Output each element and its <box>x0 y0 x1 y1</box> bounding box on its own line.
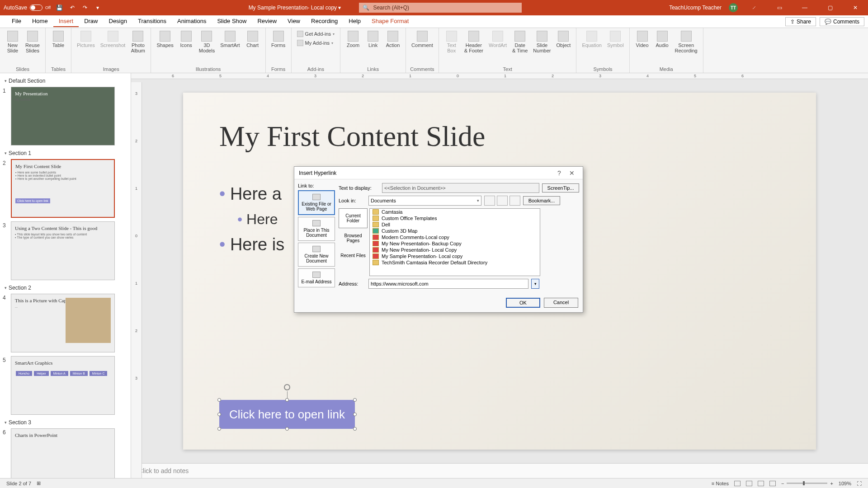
close-icon[interactable]: ✕ <box>566 167 578 179</box>
cancel-button[interactable]: Cancel <box>544 298 578 308</box>
minimize-icon[interactable]: — <box>796 1 814 14</box>
lookin-combo[interactable]: Documents <box>368 196 481 206</box>
section-header[interactable]: Section 3 <box>2 418 129 427</box>
ribbon-object[interactable]: Object <box>554 30 572 49</box>
zoom-slider[interactable] <box>787 483 827 484</box>
slide-thumbnail[interactable]: My PresentationMy Subtitle <box>11 87 115 145</box>
dialog-titlebar[interactable]: Insert Hyperlink ? ✕ <box>294 167 583 179</box>
section-header[interactable]: Default Section <box>2 76 129 86</box>
ok-button[interactable]: OK <box>506 298 540 308</box>
autosave-toggle[interactable]: AutoSave Off <box>4 5 51 11</box>
slide-counter[interactable]: Slide 2 of 7 <box>4 481 34 486</box>
close-icon[interactable]: ✕ <box>846 1 864 14</box>
ribbon-video[interactable]: Video <box>633 30 651 49</box>
zoom-out-icon[interactable]: − <box>778 481 787 486</box>
slideshow-view-icon[interactable] <box>767 481 778 486</box>
file-item[interactable]: Dell <box>370 221 540 228</box>
comments-button[interactable]: 💬Comments <box>820 17 864 26</box>
selected-shape[interactable]: Click here to open link <box>219 400 355 429</box>
file-item[interactable]: My New Presentation- Local Copy <box>370 247 540 253</box>
resize-handle[interactable] <box>353 413 357 416</box>
linkto-create-new-document[interactable]: Create New Document <box>298 243 335 267</box>
rotate-handle[interactable] <box>284 384 290 390</box>
address-input[interactable] <box>368 279 528 289</box>
ribbon-screen-recording[interactable]: ScreenRecording <box>673 30 699 54</box>
ribbon-table[interactable]: Table <box>49 30 67 49</box>
slide-title[interactable]: My First Content Slide <box>219 120 780 153</box>
ribbon-slide-number[interactable]: SlideNumber <box>531 30 552 54</box>
ribbon-icons[interactable]: Icons <box>177 30 195 49</box>
ribbon-zoom[interactable]: Zoom <box>344 30 362 49</box>
resize-handle[interactable] <box>353 398 357 402</box>
resize-handle[interactable] <box>217 427 221 431</box>
tab-design[interactable]: Design <box>104 16 132 27</box>
tab-insert[interactable]: Insert <box>53 16 79 27</box>
ribbon-audio[interactable]: Audio <box>653 30 671 49</box>
screentip-button[interactable]: ScreenTip... <box>542 183 579 192</box>
help-icon[interactable]: ? <box>553 167 566 179</box>
reading-view-icon[interactable] <box>755 481 767 486</box>
file-item[interactable]: Custom Office Templates <box>370 215 540 221</box>
text-to-display-input[interactable] <box>382 183 539 193</box>
redo-icon[interactable]: ↷ <box>81 4 89 11</box>
ribbon-action[interactable]: Action <box>384 30 402 49</box>
document-title[interactable]: My Sample Presentation- Local copy ▾ <box>249 5 341 11</box>
ribbon-chart[interactable]: Chart <box>244 30 262 49</box>
ribbon-photo-album[interactable]: PhotoAlbum <box>129 30 147 54</box>
file-item[interactable]: Camtasia <box>370 209 540 215</box>
window-mode-icon[interactable]: ▭ <box>770 1 788 14</box>
ribbon-smartart[interactable]: SmartArt <box>218 30 241 49</box>
ribbon-comment[interactable]: Comment <box>410 30 435 49</box>
file-item[interactable]: TechSmith Camtasia Recorder Default Dire… <box>370 259 540 266</box>
ribbon-shapes[interactable]: Shapes <box>155 30 175 49</box>
ribbon-get-add-ins[interactable]: Get Add-ins▾ <box>295 30 336 38</box>
ribbon-equation[interactable]: Equation <box>580 30 603 49</box>
browse-web-icon[interactable] <box>497 196 508 206</box>
file-item[interactable]: My Sample Presentation- Local copy <box>370 253 540 259</box>
tab-file[interactable]: File <box>6 16 27 27</box>
resize-handle[interactable] <box>217 413 221 416</box>
accessibility-icon[interactable]: ⊞ <box>34 480 43 486</box>
zoom-level[interactable]: 109% <box>836 481 854 486</box>
tab-animations[interactable]: Animations <box>172 16 212 27</box>
tab-view[interactable]: View <box>282 16 306 27</box>
ribbon-header-and-footer[interactable]: Header& Footer <box>462 30 485 54</box>
linkto-existing-file-or-web-page[interactable]: Existing File or Web Page <box>298 190 335 215</box>
ribbon-pictures[interactable]: Pictures <box>75 30 97 49</box>
slide-thumbnail[interactable]: SmartArt GraphicsHonchoHelperMinion AMin… <box>11 356 115 415</box>
resize-handle[interactable] <box>217 398 221 402</box>
resize-handle[interactable] <box>285 427 289 431</box>
save-icon[interactable]: 💾 <box>56 4 63 11</box>
section-header[interactable]: Section 2 <box>2 283 129 293</box>
browse-browsed-pages[interactable]: Browsed Pages <box>339 228 368 248</box>
file-list[interactable]: CamtasiaCustom Office TemplatesDellCusto… <box>369 208 540 276</box>
file-item[interactable]: Modern Comments-Local copy <box>370 234 540 240</box>
browse-file-icon[interactable] <box>509 196 520 206</box>
search-input[interactable]: 🔍 Search (Alt+Q) <box>359 3 522 13</box>
ribbon-text-box[interactable]: TextBox <box>443 30 461 54</box>
normal-view-icon[interactable] <box>731 481 743 486</box>
file-item[interactable]: My New Presentation- Backup Copy <box>370 240 540 247</box>
slide-thumbnail[interactable]: This is a Picture with Caption Slide... <box>11 294 115 352</box>
ribbon-date-and-time[interactable]: Date& Time <box>510 30 529 54</box>
resize-handle[interactable] <box>285 398 289 402</box>
ribbon-forms[interactable]: Forms <box>269 30 288 49</box>
file-item[interactable]: Custom 3D Map <box>370 228 540 234</box>
slide-thumbnail[interactable]: My First Content Slide• Here are some bu… <box>11 159 115 218</box>
qat-more-icon[interactable]: ▾ <box>94 4 101 11</box>
browse-current-folder[interactable]: Current Folder <box>339 208 368 228</box>
ribbon-reuse-slides[interactable]: ReuseSlides <box>24 30 42 54</box>
tab-recording[interactable]: Recording <box>306 16 343 27</box>
browse-recent-files[interactable]: Recent Files <box>339 248 368 263</box>
slide-thumbnails-panel[interactable]: Default Section1My PresentationMy Subtit… <box>0 73 131 478</box>
ribbon-link[interactable]: Link <box>364 30 382 49</box>
maximize-icon[interactable]: ▢ <box>821 1 839 14</box>
tab-home[interactable]: Home <box>27 16 53 27</box>
linkto-e-mail-address[interactable]: E-mail Address <box>298 268 335 287</box>
share-button[interactable]: ⇪Share <box>785 17 816 26</box>
ribbon-3d-models[interactable]: 3DModels <box>197 30 217 54</box>
address-dropdown-icon[interactable]: ▾ <box>531 279 539 289</box>
ribbon-screenshot[interactable]: Screenshot <box>99 30 127 49</box>
resize-handle[interactable] <box>353 427 357 431</box>
tab-draw[interactable]: Draw <box>79 16 103 27</box>
